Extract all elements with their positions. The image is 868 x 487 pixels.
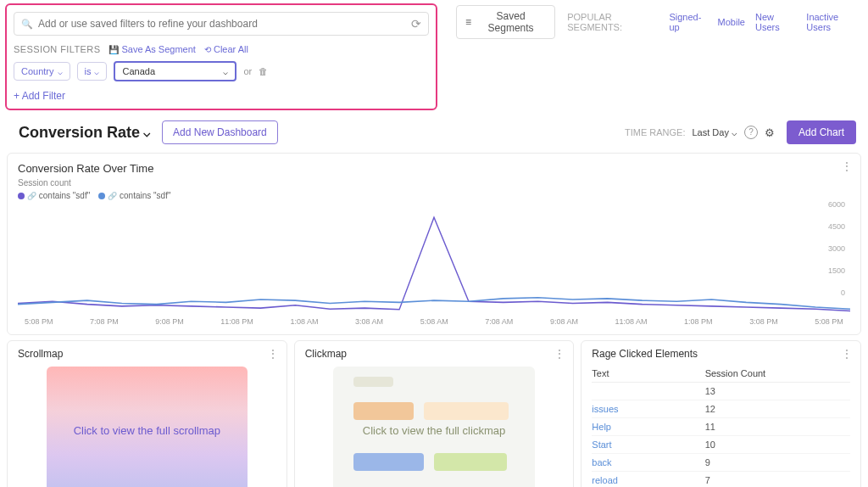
table-row: back9 [592, 454, 850, 472]
ytick: 0 [828, 288, 845, 297]
saved-segments-button[interactable]: Saved Segments [456, 5, 555, 39]
rage-count: 11 [705, 418, 850, 436]
saved-segments-label: Saved Segments [476, 10, 546, 34]
legend-label: contains "sdf" [120, 191, 170, 200]
card-title: Clickmap [305, 348, 564, 360]
scrollmap-cta: Click to view the full scrollmap [74, 424, 220, 437]
xtick: 3:08 AM [355, 317, 383, 326]
dashboard-title[interactable]: Conversion Rate⌵ [19, 124, 150, 142]
plus-icon [14, 90, 19, 102]
rage-table: Text Session Count 13issues12Help11Start… [592, 365, 850, 487]
table-row: issues12 [592, 400, 850, 418]
filter-chips: Country is Canada or [14, 61, 429, 81]
list-icon [465, 16, 471, 28]
col-text: Text [592, 365, 704, 383]
trash-icon[interactable] [259, 65, 268, 77]
or-label: or [243, 66, 252, 76]
ytick: 3000 [828, 244, 845, 253]
chevron-down-icon [94, 66, 99, 76]
chevron-down-icon: ⌵ [143, 126, 150, 139]
filter-value-label: Canada [122, 66, 155, 76]
chart-card: Conversion Rate Over Time Session count … [7, 153, 861, 335]
segment-link[interactable]: Mobile [718, 17, 745, 27]
rage-text-link[interactable]: issues [592, 404, 618, 414]
search-icon [21, 18, 33, 30]
rage-text-link[interactable]: Help [592, 422, 611, 432]
card-menu-icon[interactable] [268, 348, 278, 360]
card-title: Rage Clicked Elements [592, 348, 850, 360]
filter-value-chip[interactable]: Canada [114, 61, 236, 81]
add-chart-button[interactable]: Add Chart [787, 120, 856, 144]
chart-title: Conversion Rate Over Time [18, 162, 850, 175]
add-dashboard-button[interactable]: Add New Dashboard [162, 120, 278, 144]
xtick: 5:08 PM [25, 317, 53, 326]
popular-segments: POPULAR SEGMENTS: Signed-up Mobile New U… [567, 12, 860, 32]
filter-op-chip[interactable]: is [77, 62, 108, 81]
clear-all[interactable]: Clear All [204, 44, 248, 54]
legend-item: contains "sdf" [18, 191, 90, 200]
dashboard-title-text: Conversion Rate [19, 124, 140, 142]
link-icon [108, 191, 117, 200]
ytick: 4500 [828, 222, 845, 231]
help-icon[interactable] [744, 126, 758, 139]
time-range: TIME RANGE: Last Day ⌵ [625, 126, 775, 139]
save-as-segment[interactable]: Save As Segment [108, 44, 196, 54]
xtick: 5:08 PM [815, 317, 843, 326]
save-icon [108, 44, 119, 54]
clear-all-label: Clear All [214, 44, 248, 54]
rage-text-link[interactable]: Start [592, 439, 611, 450]
xtick: 5:08 AM [420, 317, 448, 326]
chart-line-blue [18, 298, 850, 310]
xtick: 1:08 PM [684, 317, 713, 326]
table-row: Start10 [592, 436, 850, 454]
link-icon [27, 191, 36, 200]
xtick: 11:08 PM [220, 317, 253, 326]
xtick: 9:08 PM [155, 317, 184, 326]
filter-search-input[interactable] [38, 18, 411, 30]
rage-text-link[interactable]: back [592, 457, 611, 467]
table-row: Help11 [592, 418, 850, 436]
chevron-down-icon [58, 66, 63, 76]
card-menu-icon[interactable] [842, 160, 852, 172]
scrollmap-preview[interactable]: Click to view the full scrollmap [47, 367, 248, 487]
dashboard-header: Conversion Rate⌵ Add New Dashboard TIME … [0, 114, 868, 149]
rage-card: Rage Clicked Elements Text Session Count… [581, 340, 861, 487]
xtick: 7:08 PM [90, 317, 119, 326]
card-menu-icon[interactable] [842, 348, 852, 360]
ytick: 6000 [828, 200, 845, 209]
time-range-value-text: Last Day [692, 127, 728, 137]
scrollmap-card: Scrollmap Click to view the full scrollm… [7, 340, 287, 487]
rage-count: 12 [705, 400, 850, 418]
time-range-value[interactable]: Last Day ⌵ [692, 127, 737, 138]
session-filters-label: SESSION FILTERS [14, 44, 100, 54]
cards-row: Scrollmap Click to view the full scrollm… [7, 340, 861, 487]
popular-label: POPULAR SEGMENTS: [567, 12, 659, 32]
table-row: 13 [592, 383, 850, 400]
rage-count: 9 [705, 454, 850, 472]
legend-label: contains "sdf" [39, 191, 90, 200]
card-menu-icon[interactable] [554, 348, 565, 360]
clear-icon [204, 44, 211, 54]
refresh-icon[interactable] [411, 17, 421, 31]
filter-field-label: Country [21, 66, 54, 76]
y-axis-labels: 6000 4500 3000 1500 0 [828, 200, 845, 297]
filter-field-chip[interactable]: Country [14, 62, 70, 81]
rage-text-link[interactable]: reload [592, 475, 618, 485]
segment-link[interactable]: Signed-up [669, 12, 707, 32]
chart-legend: contains "sdf" contains "sdf" [18, 191, 850, 200]
chevron-down-icon [223, 66, 228, 76]
chart-line-purple [18, 217, 850, 311]
xtick: 7:08 AM [485, 317, 513, 326]
legend-item: contains "sdf" [98, 191, 170, 200]
filter-search[interactable] [14, 12, 429, 36]
segment-link[interactable]: Inactive Users [806, 12, 860, 32]
ytick: 1500 [828, 266, 845, 275]
legend-dot-blue [98, 193, 105, 199]
segment-link[interactable]: New Users [755, 12, 796, 32]
clickmap-preview[interactable]: Click to view the full clickmap [333, 367, 535, 487]
add-filter[interactable]: Add Filter [14, 90, 429, 102]
filter-op-label: is [85, 66, 92, 76]
rage-count: 10 [705, 436, 850, 454]
gear-icon[interactable] [765, 126, 775, 139]
xtick: 11:08 AM [615, 317, 647, 326]
